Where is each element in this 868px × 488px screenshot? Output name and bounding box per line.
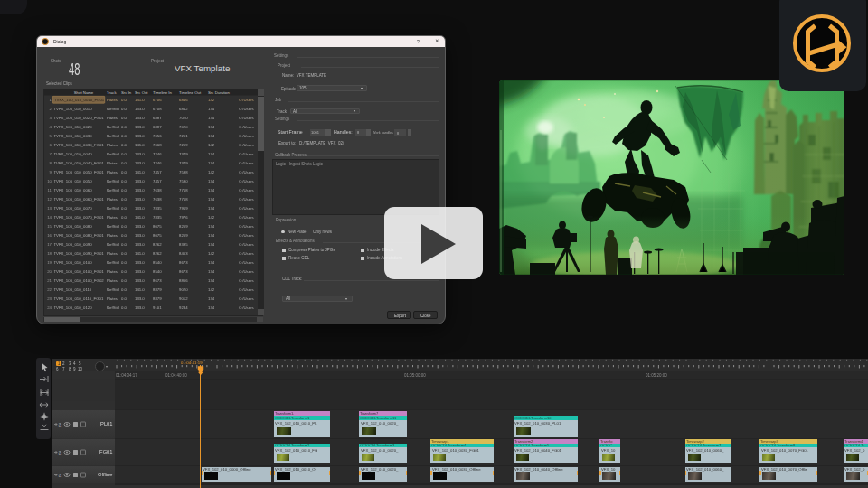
svg-text:a: a <box>59 472 62 478</box>
svg-text:a: a <box>59 449 62 455</box>
svg-text:a: a <box>59 421 62 427</box>
